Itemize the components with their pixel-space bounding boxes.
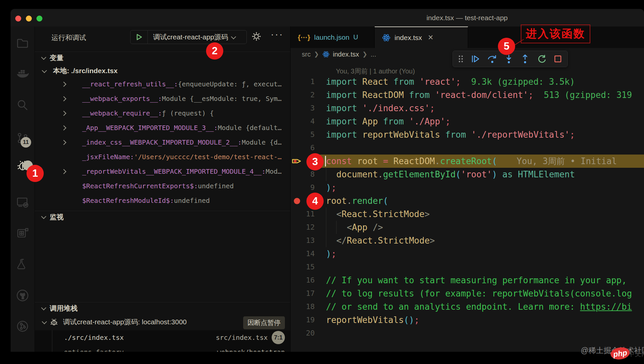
line-number[interactable]: 17 xyxy=(303,287,315,300)
variable-row[interactable]: _App__WEBPACK_IMPORTED_MODULE_3__: Modul… xyxy=(35,120,290,135)
step-out-button[interactable] xyxy=(520,54,530,64)
stack-frame-row[interactable]: ./src/index.tsx src/index.tsx 7:1 xyxy=(35,330,290,345)
continue-button[interactable] xyxy=(470,54,480,64)
code-text[interactable]: <App /> xyxy=(315,221,644,234)
code-text[interactable] xyxy=(315,327,644,340)
breakpoint-margin[interactable] xyxy=(291,168,303,181)
code-line-19[interactable]: 19reportWebVitals(); xyxy=(291,313,644,327)
variable-row[interactable]: _reportWebVitals__WEBPACK_IMPORTED_MODUL… xyxy=(35,164,290,179)
gear-icon[interactable] xyxy=(251,31,262,42)
explorer-icon[interactable] xyxy=(16,36,29,50)
code-line-17[interactable]: 17// to log results (for example: report… xyxy=(291,287,644,300)
code-text[interactable]: document.getElementById('root') as HTMLE… xyxy=(315,168,644,181)
variables-section-header[interactable]: 变量 xyxy=(35,52,290,64)
breadcrumb-symbol[interactable]: ... xyxy=(371,51,376,58)
stop-button[interactable] xyxy=(553,54,563,64)
minimize-window-button[interactable] xyxy=(26,16,32,22)
variable-row[interactable]: _index_css__WEBPACK_IMPORTED_MODULE_2__:… xyxy=(35,135,290,150)
line-number[interactable]: 4 xyxy=(303,115,315,128)
code-text[interactable] xyxy=(315,260,644,274)
line-number[interactable]: 9 xyxy=(303,181,315,194)
close-window-button[interactable] xyxy=(15,16,21,22)
code-text[interactable]: // or send to an analytics endpoint. Lea… xyxy=(315,300,644,313)
variable-row[interactable]: __webpack_require__: ƒ (request) { xyxy=(35,106,290,120)
breakpoint-margin[interactable] xyxy=(291,141,303,155)
live-preview-icon[interactable] xyxy=(16,227,29,240)
code-line-16[interactable]: 16// If you want to start measuring perf… xyxy=(291,274,644,287)
code-text[interactable]: const root = ReactDOM.createRoot(You, 3周… xyxy=(315,155,644,168)
breakpoint-margin[interactable] xyxy=(291,327,303,340)
drag-handle-icon[interactable] xyxy=(457,54,464,64)
current-statement-icon[interactable] xyxy=(291,155,303,168)
code-text[interactable]: root.render( xyxy=(315,194,644,207)
code-line-7[interactable]: 7const root = ReactDOM.createRoot(You, 3… xyxy=(291,155,644,168)
close-tab-icon[interactable]: × xyxy=(428,32,433,43)
code-text[interactable]: import App from './App'; xyxy=(315,115,644,128)
breakpoint-margin[interactable] xyxy=(291,234,303,247)
breakpoint-margin[interactable] xyxy=(291,207,303,221)
chevron-right-icon[interactable] xyxy=(61,169,67,174)
tab-launch-json[interactable]: {⋯} launch.json U xyxy=(291,26,375,48)
variable-row[interactable]: $ReactRefreshModuleId$: undefined xyxy=(35,193,290,208)
breakpoint-margin[interactable] xyxy=(291,300,303,313)
code-line-18[interactable]: 18// or send to an analytics endpoint. L… xyxy=(291,300,644,313)
breakpoint-margin[interactable] xyxy=(291,102,303,115)
code-line-3[interactable]: 3import './index.css'; xyxy=(291,102,644,115)
breakpoint-margin[interactable] xyxy=(291,313,303,327)
step-over-button[interactable] xyxy=(487,54,498,64)
remote-explorer-icon[interactable] xyxy=(16,196,29,209)
debug-config-dropdown[interactable]: 调试creat-react-app源码 xyxy=(148,32,231,42)
variable-row[interactable]: __webpack_exports__: Module {__esModule:… xyxy=(35,91,290,106)
line-number[interactable]: 3 xyxy=(303,102,315,115)
code-line-14[interactable]: 14); xyxy=(291,247,644,260)
code-line-6[interactable]: 6 xyxy=(291,141,644,155)
tab-index-tsx[interactable]: index.tsx × xyxy=(375,26,468,48)
zoom-window-button[interactable] xyxy=(36,16,42,22)
code-line-13[interactable]: 13 </React.StrictMode> xyxy=(291,234,644,247)
line-number[interactable]: 15 xyxy=(303,260,315,274)
variable-row[interactable]: __react_refresh_utils__: {enqueueUpdate:… xyxy=(35,77,290,91)
code-line-5[interactable]: 5import reportWebVitals from './reportWe… xyxy=(291,128,644,141)
breakpoint-margin[interactable] xyxy=(291,287,303,300)
code-text[interactable]: import reportWebVitals from './reportWeb… xyxy=(315,128,644,141)
code-text[interactable]: <React.StrictMode> xyxy=(315,207,644,221)
chevron-right-icon[interactable] xyxy=(61,140,67,145)
more-actions-icon[interactable]: ··· xyxy=(271,28,284,40)
restart-button[interactable] xyxy=(537,54,547,64)
code-line-2[interactable]: 2import ReactDOM from 'react-dom/client'… xyxy=(291,88,644,102)
breakpoint-margin[interactable] xyxy=(291,75,303,88)
testing-icon[interactable] xyxy=(16,257,29,271)
line-number[interactable]: 14 xyxy=(303,247,315,260)
code-line-1[interactable]: 1import React from 'react'; 9.3k (gzippe… xyxy=(291,75,644,88)
chevron-right-icon[interactable] xyxy=(61,125,67,130)
line-number[interactable]: 5 xyxy=(303,128,315,141)
code-text[interactable] xyxy=(315,141,644,155)
line-number[interactable]: 19 xyxy=(303,313,315,327)
code-line-20[interactable]: 20 xyxy=(291,327,644,340)
code-text[interactable]: ); xyxy=(315,181,644,194)
line-number[interactable]: 16 xyxy=(303,274,315,287)
code-text[interactable]: reportWebVitals(); xyxy=(315,313,644,327)
line-number[interactable]: 1 xyxy=(303,75,315,88)
line-number[interactable]: 12 xyxy=(303,221,315,234)
variable-row[interactable]: _jsxFileName: '/Users/yucccc/test-demo/t… xyxy=(35,150,290,164)
code-line-8[interactable]: 8 document.getElementById('root') as HTM… xyxy=(291,168,644,181)
chevron-right-icon[interactable] xyxy=(61,96,67,101)
search-icon[interactable] xyxy=(16,99,29,112)
code-text[interactable]: ); xyxy=(315,247,644,260)
source-control-icon[interactable]: 11 xyxy=(16,132,29,145)
scope-row[interactable]: 本地: ./src/index.tsx xyxy=(35,64,290,77)
breakpoint-margin[interactable] xyxy=(291,128,303,141)
breakpoint-icon[interactable] xyxy=(291,194,303,207)
step-into-button[interactable] xyxy=(504,54,514,64)
code-text[interactable]: import React from 'react'; 9.3k (gzipped… xyxy=(315,75,644,88)
watch-section-header[interactable]: 监视 xyxy=(35,211,290,223)
stack-frame-row-clipped[interactable]: options.factory webpack/bootstrap xyxy=(35,345,290,352)
code-area[interactable]: 1import React from 'react'; 9.3k (gzippe… xyxy=(291,75,644,340)
breakpoint-margin[interactable] xyxy=(291,88,303,102)
chevron-right-icon[interactable] xyxy=(61,111,67,116)
code-line-11[interactable]: 11 <React.StrictMode> xyxy=(291,207,644,221)
line-number[interactable]: 6 xyxy=(303,141,315,155)
git-graph-icon[interactable] xyxy=(16,320,29,333)
breakpoint-margin[interactable] xyxy=(291,247,303,260)
